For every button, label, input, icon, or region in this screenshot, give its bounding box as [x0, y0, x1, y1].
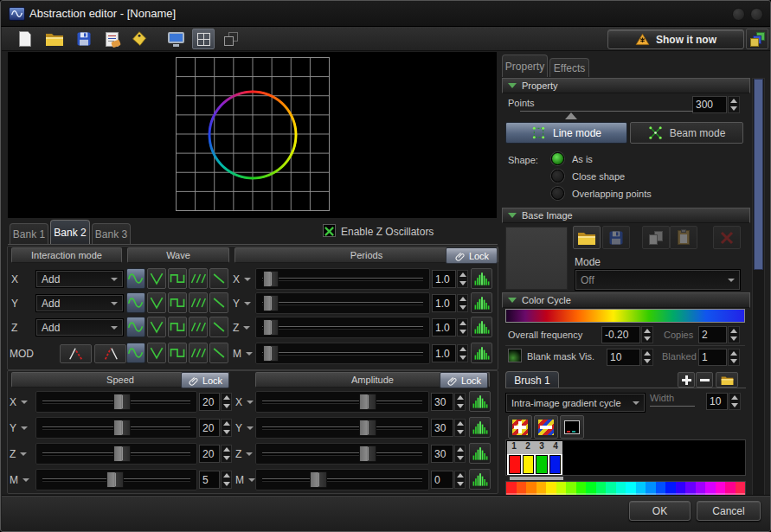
speed-value-y[interactable]: 20 — [199, 419, 220, 437]
spin-down-icon[interactable] — [457, 482, 464, 486]
spin-down-icon[interactable] — [459, 330, 466, 334]
fft-button-periods-x[interactable] — [471, 268, 492, 289]
overall-frequency-spinner[interactable] — [641, 326, 653, 343]
periods-slider-z[interactable] — [255, 317, 430, 338]
periods-tag-z[interactable]: Z — [233, 319, 250, 337]
speed-slider-z[interactable] — [35, 443, 197, 465]
wave-sawtooth-mod[interactable] — [189, 343, 208, 363]
periods-slider-x[interactable] — [255, 268, 430, 290]
wave-ramp-y[interactable] — [209, 292, 228, 313]
color-slot-1[interactable] — [509, 455, 521, 474]
amplitude-value-x[interactable]: 30 — [431, 393, 453, 411]
width-spinner[interactable] — [729, 393, 741, 410]
monitor-button[interactable] — [164, 29, 187, 49]
copies-value[interactable]: 2 — [698, 326, 727, 343]
speed-value-m[interactable]: 5 — [199, 471, 220, 489]
property-section-header[interactable]: Property — [502, 78, 750, 93]
gradient-editor[interactable]: 1 2 3 4 — [505, 439, 746, 476]
spin-down-icon[interactable] — [457, 456, 464, 460]
amplitude-spinner-x[interactable] — [454, 393, 466, 411]
tag-button[interactable] — [128, 29, 151, 49]
spin-up-icon[interactable] — [731, 395, 738, 400]
brush-remove-button[interactable] — [696, 372, 713, 388]
frames-view-button[interactable] — [220, 29, 242, 49]
beam-mode-button[interactable]: Beam mode — [630, 122, 743, 144]
interaction-mode-y-dropdown[interactable]: Add — [35, 294, 124, 312]
wave-sawtooth-x[interactable] — [189, 268, 208, 289]
periods-value-z[interactable]: 1.0 — [432, 318, 456, 337]
spin-up-icon[interactable] — [223, 395, 230, 400]
amplitude-tag-x[interactable]: X — [235, 394, 254, 411]
panel-scrollbar-thumb[interactable] — [754, 79, 763, 270]
spin-up-icon[interactable] — [223, 473, 230, 478]
spin-up-icon[interactable] — [459, 272, 466, 277]
spin-down-icon[interactable] — [459, 281, 466, 285]
minimize-button[interactable] — [732, 8, 745, 21]
grid-view-button[interactable] — [192, 29, 215, 49]
spin-down-icon[interactable] — [459, 305, 466, 310]
spin-up-icon[interactable] — [457, 421, 464, 426]
base-image-delete-button[interactable] — [713, 226, 741, 249]
amplitude-tag-z[interactable]: Z — [235, 445, 253, 463]
fft-button-periods-y[interactable] — [471, 292, 492, 313]
preview-canvas[interactable] — [8, 52, 497, 218]
blank-mask-vis-spinner[interactable] — [641, 349, 653, 366]
speed-tag-z[interactable]: Z — [10, 445, 27, 463]
save-button[interactable] — [73, 29, 95, 49]
blanked-spinner[interactable] — [728, 349, 740, 366]
wave-triangle-x[interactable] — [147, 268, 166, 289]
blank-mask-vis-toggle[interactable] — [508, 349, 522, 362]
wave-ramp-x[interactable] — [209, 268, 228, 289]
speed-spinner-m[interactable] — [221, 471, 232, 489]
wave-triangle-z[interactable] — [147, 317, 166, 337]
frame-list-button[interactable] — [746, 29, 768, 49]
spin-up-icon[interactable] — [730, 99, 737, 103]
wave-sine-mod[interactable] — [126, 343, 145, 363]
gradient-mode-dropdown[interactable]: Intra-image gradient cycle — [505, 393, 646, 413]
color-slot-4[interactable] — [549, 455, 562, 474]
speed-tag-y[interactable]: Y — [10, 420, 28, 437]
radio-overlapping-points[interactable] — [551, 187, 564, 200]
spin-up-icon[interactable] — [644, 329, 651, 333]
fft-button-amplitude-m[interactable] — [469, 469, 491, 490]
spin-down-icon[interactable] — [223, 430, 230, 434]
slider-thumb[interactable] — [263, 319, 279, 336]
spin-up-icon[interactable] — [459, 347, 466, 351]
periods-value-mod[interactable]: 1.0 — [432, 344, 456, 362]
fft-button-periods-mod[interactable] — [471, 343, 492, 363]
interaction-mode-x-dropdown[interactable]: Add — [35, 270, 124, 288]
speed-slider-x[interactable] — [35, 391, 197, 413]
spin-down-icon[interactable] — [223, 456, 230, 460]
spin-down-icon[interactable] — [457, 404, 464, 408]
spin-down-icon[interactable] — [223, 482, 230, 486]
fft-button-amplitude-x[interactable] — [469, 391, 491, 412]
wave-triangle-mod[interactable] — [147, 343, 166, 363]
speed-tag-x[interactable]: X — [10, 394, 28, 411]
new-file-button[interactable] — [14, 29, 36, 49]
slider-thumb[interactable] — [263, 295, 279, 311]
wave-sawtooth-z[interactable] — [189, 317, 208, 337]
spin-up-icon[interactable] — [223, 447, 230, 452]
base-image-mode-dropdown[interactable]: Off — [575, 269, 741, 291]
amplitude-spinner-z[interactable] — [454, 445, 466, 463]
blanked-value[interactable]: 1 — [698, 349, 727, 366]
wave-sawtooth-y[interactable] — [189, 292, 208, 313]
amplitude-value-m[interactable]: 0 — [431, 471, 453, 489]
spin-up-icon[interactable] — [730, 351, 737, 356]
amplitude-value-z[interactable]: 30 — [431, 445, 453, 463]
base-image-section-header[interactable]: Base Image — [502, 208, 750, 223]
radio-as-is[interactable] — [551, 152, 564, 165]
spin-up-icon[interactable] — [457, 473, 464, 478]
fft-button-amplitude-y[interactable] — [469, 417, 491, 438]
amplitude-tag-m[interactable]: M — [235, 471, 255, 489]
spin-down-icon[interactable] — [730, 337, 737, 341]
wave-ramp-mod[interactable] — [209, 343, 228, 363]
gradient-add-button[interactable] — [508, 415, 532, 439]
gradient-frame-button[interactable] — [560, 415, 584, 439]
line-mode-button[interactable]: Line mode — [505, 122, 627, 144]
speed-tag-m[interactable]: M — [10, 471, 29, 489]
ok-button[interactable]: OK — [629, 501, 691, 521]
fft-button-periods-z[interactable] — [471, 317, 492, 337]
enable-z-checkbox[interactable] — [323, 224, 336, 237]
amplitude-slider-x[interactable] — [255, 391, 429, 413]
